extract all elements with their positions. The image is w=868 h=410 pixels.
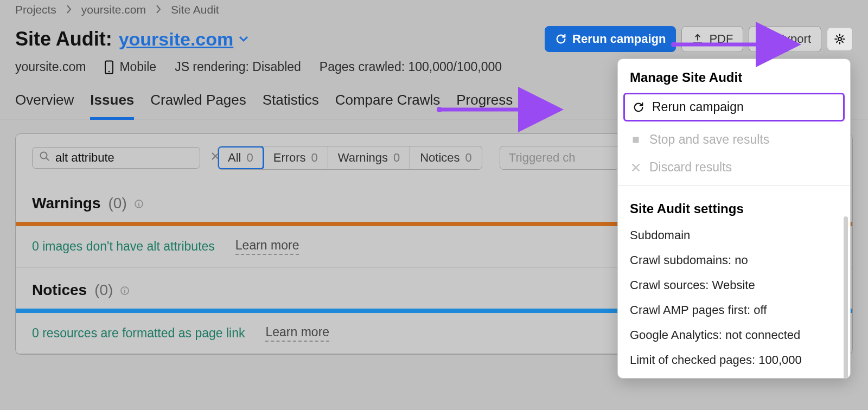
page-header: Site Audit: yoursite.com Rerun campaign …	[0, 16, 868, 56]
breadcrumb: Projects yoursite.com Site Audit	[0, 0, 868, 16]
notices-title: Notices	[32, 281, 87, 299]
breadcrumb-projects[interactable]: Projects	[15, 3, 56, 16]
search-input-wrap[interactable]	[32, 147, 200, 169]
export-icon	[692, 33, 704, 45]
severity-pills: All0 Errors0 Warnings0 Notices0	[218, 146, 482, 170]
search-input[interactable]	[55, 151, 205, 165]
pill-all-count: 0	[246, 151, 253, 165]
meta-js: JS rendering: Disabled	[175, 60, 301, 74]
setting-crawl-sources: Crawl sources: Website	[618, 273, 850, 298]
pdf-label: PDF	[709, 32, 733, 46]
triggered-filter[interactable]: Triggered ch	[500, 146, 619, 170]
pill-notices[interactable]: Notices0	[410, 146, 482, 169]
tab-crawled-pages[interactable]: Crawled Pages	[150, 88, 246, 119]
gear-icon	[834, 33, 846, 45]
meta-device-label: Mobile	[119, 60, 156, 74]
notice-row-text: 0 resources are formatted as page link	[32, 326, 245, 341]
setting-ga: Google Analytics: not connected	[618, 323, 850, 348]
warnings-title: Warnings	[32, 195, 101, 212]
chevron-right-icon	[66, 3, 72, 16]
popover-rerun-item[interactable]: Rerun campaign	[623, 93, 845, 121]
stop-icon	[630, 134, 642, 146]
svg-point-0	[838, 37, 841, 41]
breadcrumb-site[interactable]: yoursite.com	[81, 3, 146, 16]
meta-device: Mobile	[104, 60, 156, 74]
popover-rerun-label: Rerun campaign	[652, 100, 744, 114]
setting-subdomain: Subdomain	[618, 223, 850, 248]
page-title: Site Audit:	[15, 28, 112, 50]
export-label: Export	[776, 32, 811, 46]
refresh-icon	[555, 33, 567, 45]
meta-domain: yoursite.com	[15, 60, 86, 74]
tab-issues[interactable]: Issues	[90, 88, 134, 120]
popover-divider	[618, 185, 850, 186]
warning-learn-more[interactable]: Learn more	[235, 238, 299, 255]
notice-learn-more[interactable]: Learn more	[265, 325, 329, 342]
site-dropdown[interactable]: yoursite.com	[119, 29, 249, 50]
setting-crawl-amp: Crawl AMP pages first: off	[618, 298, 850, 323]
pill-notices-count: 0	[465, 151, 472, 165]
site-name: yoursite.com	[119, 29, 234, 50]
setting-limit: Limit of checked pages: 100,000	[618, 348, 850, 373]
rerun-button[interactable]: Rerun campaign	[545, 26, 676, 52]
info-icon[interactable]	[120, 281, 129, 299]
tab-statistics[interactable]: Statistics	[263, 88, 319, 119]
warnings-count: (0)	[108, 195, 127, 212]
popover-scrollbar[interactable]	[844, 216, 848, 379]
pill-warnings[interactable]: Warnings0	[328, 146, 410, 169]
popover-discard-label: Discard results	[649, 160, 732, 175]
breadcrumb-current: Site Audit	[171, 3, 219, 16]
tab-progress[interactable]: Progress	[456, 88, 513, 119]
pill-warnings-label: Warnings	[338, 151, 388, 165]
tab-compare-crawls[interactable]: Compare Crawls	[335, 88, 441, 119]
settings-button[interactable]	[827, 27, 853, 51]
svg-point-3	[41, 152, 47, 159]
rerun-label: Rerun campaign	[572, 32, 666, 46]
chevron-right-icon	[156, 3, 161, 16]
pill-warnings-count: 0	[393, 151, 400, 165]
pill-errors-count: 0	[311, 151, 318, 165]
notices-count: (0)	[94, 281, 113, 299]
popover-stop-item: Stop and save results	[618, 126, 850, 153]
popover-stop-label: Stop and save results	[649, 132, 769, 147]
popover-discard-item: Discard results	[618, 153, 850, 181]
pill-errors-label: Errors	[273, 151, 306, 165]
mobile-icon	[104, 60, 114, 74]
export-button[interactable]: Export	[749, 26, 821, 52]
pill-errors[interactable]: Errors0	[264, 146, 328, 169]
pdf-button[interactable]: PDF	[681, 26, 743, 52]
meta-pages: Pages crawled: 100,000/100,000	[320, 60, 502, 74]
warning-row-text: 0 images don't have alt attributes	[32, 239, 215, 254]
tab-overview[interactable]: Overview	[15, 88, 74, 119]
info-icon[interactable]	[135, 195, 143, 212]
close-icon	[630, 162, 642, 174]
export-icon	[759, 33, 771, 45]
pill-notices-label: Notices	[420, 151, 459, 165]
svg-point-2	[108, 71, 110, 72]
settings-popover: Manage Site Audit Rerun campaign Stop an…	[617, 59, 851, 379]
svg-rect-6	[633, 137, 639, 143]
chevron-down-icon	[239, 36, 248, 42]
popover-manage-title: Manage Site Audit	[618, 59, 850, 92]
pill-all-label: All	[228, 151, 241, 165]
pill-all[interactable]: All0	[218, 146, 264, 169]
popover-settings-title: Site Audit settings	[618, 190, 850, 223]
search-icon	[39, 151, 50, 165]
setting-crawl-subdomains: Crawl subdomains: no	[618, 248, 850, 273]
refresh-icon	[633, 101, 644, 113]
